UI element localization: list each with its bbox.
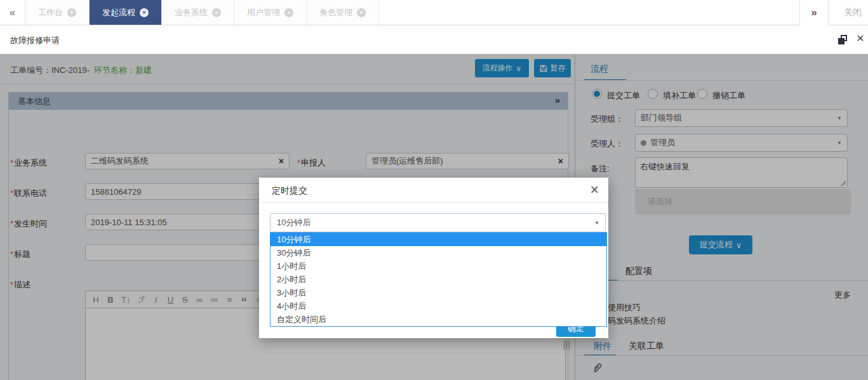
scroll-tabs-left-icon[interactable]: « bbox=[0, 0, 25, 25]
nav-tab-start-process[interactable]: 发起流程 ✕ bbox=[90, 0, 162, 25]
nav-tab-label: 角色管理 bbox=[319, 7, 352, 18]
tab-close-icon[interactable]: ✕ bbox=[357, 8, 366, 17]
nav-tab-bar: « 工作台 ✕ 发起流程 ✕ 业务系统 ✕ 用户管理 ✕ 角色管理 ✕ » 关闭 bbox=[0, 0, 868, 25]
delay-options-listbox: 10分钟后 30分钟后 1小时后 2小时后 3小时后 4小时后 自定义时间后 bbox=[270, 232, 607, 327]
close-window-icon[interactable]: × bbox=[857, 31, 864, 44]
nav-tab-label: 工作台 bbox=[38, 7, 63, 18]
dialog-close-icon[interactable]: × bbox=[591, 181, 599, 199]
page-title: 故障报修申请 bbox=[10, 35, 60, 46]
delay-select[interactable]: 10分钟后 ▼ bbox=[270, 213, 606, 232]
restore-window-icon[interactable] bbox=[838, 35, 848, 45]
restore-square-front bbox=[838, 38, 845, 44]
nav-tab-business-system[interactable]: 业务系统 ✕ bbox=[162, 0, 234, 25]
scroll-tabs-right-icon[interactable]: » bbox=[799, 0, 829, 25]
option-1h[interactable]: 1小时后 bbox=[270, 259, 606, 273]
dialog-title: 定时提交 bbox=[272, 185, 307, 197]
nav-tab-label: 发起流程 bbox=[102, 7, 135, 18]
tab-close-icon[interactable]: ✕ bbox=[284, 8, 293, 17]
app-window: « 工作台 ✕ 发起流程 ✕ 业务系统 ✕ 用户管理 ✕ 角色管理 ✕ » 关闭… bbox=[0, 0, 868, 380]
nav-tab-user-mgmt[interactable]: 用户管理 ✕ bbox=[234, 0, 307, 25]
tab-close-icon[interactable]: ✕ bbox=[140, 8, 149, 17]
delay-select-value: 10分钟后 bbox=[277, 217, 310, 228]
option-4h[interactable]: 4小时后 bbox=[270, 299, 606, 313]
window-title-bar: 故障报修申请 × bbox=[0, 26, 868, 54]
option-2h[interactable]: 2小时后 bbox=[270, 273, 606, 286]
option-30min[interactable]: 30分钟后 bbox=[270, 246, 606, 259]
dialog-header: 定时提交 × bbox=[259, 178, 608, 203]
nav-tab-role-mgmt[interactable]: 角色管理 ✕ bbox=[307, 0, 379, 25]
nav-tab-label: 用户管理 bbox=[247, 7, 280, 18]
nav-tab-label: 业务系统 bbox=[175, 7, 208, 18]
nav-tab-workbench[interactable]: 工作台 ✕ bbox=[25, 0, 90, 25]
scheduled-submit-dialog: 定时提交 × 确定 10分钟后 ▼ 10分钟后 30分钟后 1小时后 2小时后 … bbox=[259, 178, 608, 338]
close-all-tabs-link[interactable]: 关闭 bbox=[839, 0, 867, 25]
tab-close-icon[interactable]: ✕ bbox=[212, 8, 221, 17]
dropdown-arrow-icon: ▼ bbox=[594, 220, 599, 226]
tab-close-icon[interactable]: ✕ bbox=[67, 8, 76, 17]
option-10min[interactable]: 10分钟后 bbox=[270, 233, 606, 246]
option-custom[interactable]: 自定义时间后 bbox=[270, 313, 606, 326]
option-3h[interactable]: 3小时后 bbox=[270, 286, 606, 299]
